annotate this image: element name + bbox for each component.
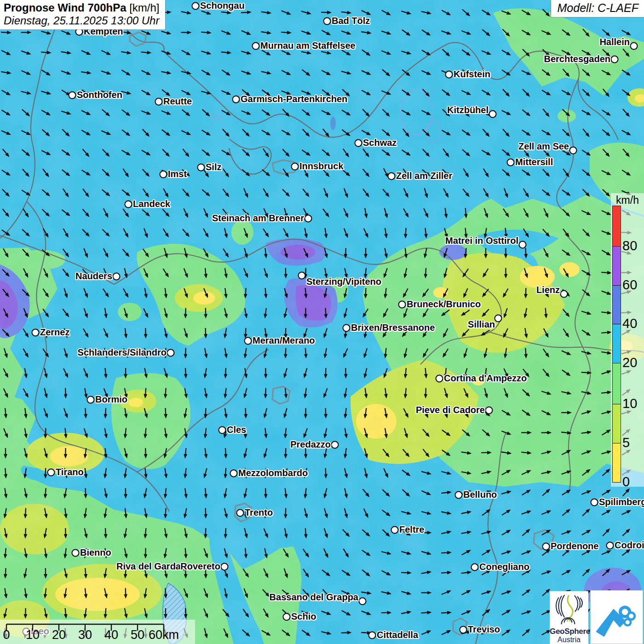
city-label-bormio: Bormio <box>95 394 127 405</box>
city-dot-pordenone <box>542 543 550 551</box>
city-label-rovereto: Rovereto <box>180 561 220 572</box>
city-label-sillian: Sillian <box>468 319 495 330</box>
city-label-pieve-di-cadore: Pieve di Cadore <box>416 404 485 415</box>
city-label-innsbruck: Innsbruck <box>299 161 344 172</box>
city-dot-innsbruck <box>291 163 299 171</box>
city-label-sonthofen: Sonthofen <box>77 89 122 100</box>
city-label-tirano: Tirano <box>56 466 84 477</box>
city-dot-predazzo <box>331 441 339 449</box>
geosphere-logo-country: Austria <box>550 636 588 644</box>
city-dot-schwaz <box>355 139 362 147</box>
city-label-garmisch-partenkirchen: Garmisch-Partenkirchen <box>241 93 347 104</box>
title-box: Prognose Wind 700hPa [km/h] Dienstag, 25… <box>0 0 165 29</box>
city-dot-bassano-del-grappa <box>359 598 367 605</box>
legend-band-10 <box>613 363 621 404</box>
city-dot-cortina-d-ampezzo <box>436 375 443 383</box>
partner-logo-box <box>590 590 643 644</box>
city-label-mittersill: Mittersill <box>515 156 553 167</box>
legend-tick-0: 0 <box>622 474 630 489</box>
city-dot-mezzolombardo <box>230 470 238 477</box>
city-dot-rovereto <box>221 563 229 571</box>
city-label-belluno: Belluno <box>463 489 497 500</box>
city-dot-hallein <box>630 42 638 50</box>
city-dot-zell-am-ziller <box>388 172 396 180</box>
city-dot-steinach-am-brenner <box>305 215 312 223</box>
city-label-hallein: Hallein <box>599 36 630 47</box>
city-label-meran-merano: Meran/Merano <box>253 335 315 346</box>
city-label-zell-am-see: Zell am See <box>518 141 569 152</box>
city-label-trento: Trento <box>245 507 273 518</box>
city-label-schlanders-silandro: Schlanders/Silandro <box>78 347 167 358</box>
city-label-bruneck-brunico: Bruneck/Brunico <box>407 299 481 310</box>
city-dot-zell-am-see <box>569 147 577 155</box>
city-label-bassano-del-grappa: Bassano del Grappa <box>270 592 358 603</box>
city-dot-imst <box>160 171 167 178</box>
legend-tick-10: 10 <box>622 396 637 411</box>
legend-tick-5: 5 <box>622 435 630 450</box>
scalebar-label-50: 50 <box>131 628 144 642</box>
city-dot-bienno <box>72 549 80 557</box>
city-label-berchtesgaden: Berchtesgaden <box>544 53 611 64</box>
city-label-codroipo: Codroipo <box>615 540 644 551</box>
city-dot-feltre <box>391 526 399 534</box>
title-unit: [km/h] <box>126 1 160 14</box>
city-dot-treviso <box>460 626 467 634</box>
city-dot-reutte <box>155 98 163 106</box>
scalebar-label-0: 0 <box>3 628 10 642</box>
city-dot-bruneck-brunico <box>398 301 406 309</box>
city-label-feltre: Feltre <box>399 524 424 535</box>
city-label-mezzolombardo: Mezzolombardo <box>238 467 308 478</box>
page-title: Prognose Wind 700hPa [km/h] <box>4 1 160 14</box>
city-dot-silz <box>197 164 205 172</box>
legend-tick-40: 40 <box>622 316 637 331</box>
city-dot-schongau <box>192 2 200 10</box>
city-label-steinach-am-brenner: Steinach am Brenner <box>212 213 304 224</box>
city-dot-meran-merano <box>244 337 252 345</box>
city-label-murnau-am-staffelsee: Murnau am Staffelsee <box>260 40 356 51</box>
geosphere-logo-box: GeoSphere Austria <box>550 591 588 644</box>
scalebar-label-20: 20 <box>52 628 66 642</box>
city-label-riva-del-garda: Riva del Garda <box>116 561 181 572</box>
city-dot-conegliano <box>471 564 479 571</box>
city-dot-lienz <box>560 290 568 298</box>
city-dot-belluno <box>455 491 463 499</box>
legend-unit-label: km/h <box>611 194 644 207</box>
lake-achensee <box>330 116 336 130</box>
city-label-cortina-d-ampezzo: Cortina d'Ampezzo <box>444 373 527 384</box>
city-dot-pieve-di-cadore <box>485 407 493 414</box>
city-dot-bormio <box>87 396 95 404</box>
legend-band-80 <box>613 206 621 246</box>
city-label-bienno: Bienno <box>80 547 111 558</box>
city-dot-bad-t-lz <box>323 17 331 25</box>
geosphere-logo-text: GeoSphere <box>550 627 588 636</box>
city-label-treviso: Treviso <box>468 624 500 635</box>
distance-scalebar: 0102030405060km <box>0 620 195 644</box>
legend-band-5 <box>613 404 621 443</box>
mountain-cloud-logo-icon <box>591 591 643 644</box>
city-dot-sterzing-vipiteno <box>298 272 306 280</box>
city-label-kitzb-hel: Kitzbühel <box>447 104 489 115</box>
valid-time-label: Dienstag, 25.11.2025 13:00 Uhr <box>4 14 160 27</box>
city-dot-garmisch-partenkirchen <box>232 96 240 104</box>
city-label-lienz: Lienz <box>536 284 560 295</box>
city-dot-codroipo <box>606 542 614 550</box>
city-label-conegliano: Conegliano <box>479 561 529 572</box>
legend-band-20 <box>613 324 621 363</box>
scalebar-label-60km: 60km <box>149 628 179 642</box>
city-label-zernez: Zernez <box>40 327 69 338</box>
city-label-bad-t-lz: Bad Tölz <box>332 15 370 26</box>
city-dot-landeck <box>125 201 132 208</box>
city-label-kufstein: Kufstein <box>454 69 490 80</box>
legend-color-bar <box>612 206 621 483</box>
city-dot-tirano <box>47 469 55 477</box>
city-label-schongau: Schongau <box>200 0 245 11</box>
city-label-schwaz: Schwaz <box>363 137 397 148</box>
city-dot-zernez <box>32 329 40 337</box>
title-parameter: Prognose Wind 700hPa <box>4 1 126 14</box>
weather-map-page: SchongauBad TölzKemptenMurnau am Staffel… <box>0 0 644 644</box>
legend-tick-80: 80 <box>622 238 637 253</box>
legend-band-0 <box>613 443 621 482</box>
city-label-matrei-in-osttirol: Matrei in Osttirol <box>445 235 518 246</box>
city-dot-berchtesgaden <box>611 56 619 63</box>
city-dot-sonthofen <box>69 92 76 99</box>
